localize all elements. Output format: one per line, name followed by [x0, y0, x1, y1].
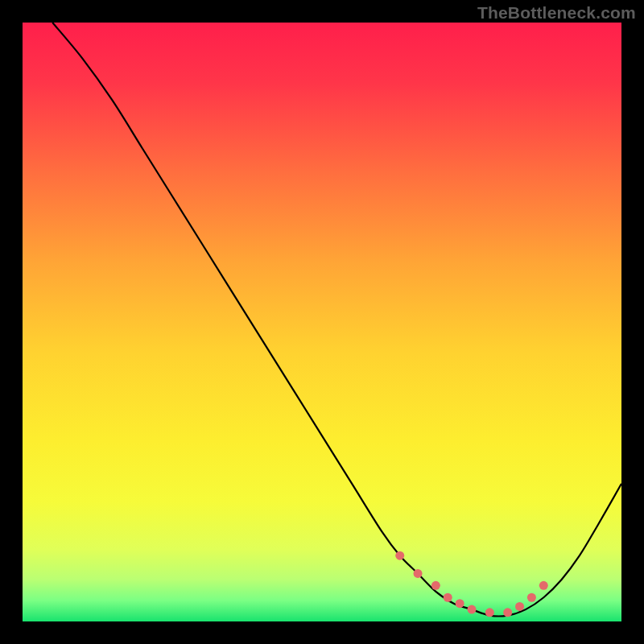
curve-line	[52, 23, 621, 616]
optimal-range-markers	[395, 551, 548, 617]
optimal-marker	[527, 593, 536, 602]
watermark-text: TheBottleneck.com	[477, 3, 636, 23]
plot-area	[23, 23, 621, 621]
optimal-marker	[485, 608, 494, 617]
optimal-marker	[539, 581, 548, 590]
optimal-marker	[468, 605, 477, 614]
optimal-marker	[444, 593, 452, 602]
optimal-marker	[456, 599, 464, 608]
optimal-marker	[503, 608, 512, 617]
optimal-marker	[414, 569, 423, 578]
optimal-marker	[431, 581, 440, 590]
chart-frame: TheBottleneck.com	[0, 0, 644, 644]
optimal-marker	[515, 602, 524, 611]
optimal-marker	[395, 551, 404, 560]
bottleneck-curve	[23, 23, 621, 621]
